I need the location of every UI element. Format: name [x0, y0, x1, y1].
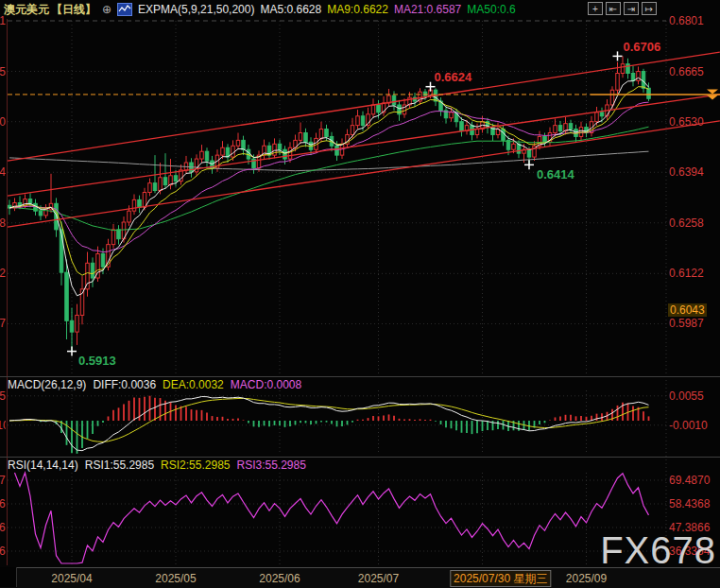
macd-diff-line: [9, 397, 649, 451]
candle-body-down: [39, 211, 43, 216]
time-axis-label: 2025/07: [358, 572, 399, 585]
macd-title[interactable]: MACD(26,12,9): [8, 378, 86, 391]
candle-body-down: [101, 253, 105, 267]
price-axis-label-left: 0.6530: [0, 115, 6, 129]
price-axis-label: 0.6530: [669, 115, 704, 129]
time-axis-label: 2025/06: [259, 572, 300, 585]
candle-body-up: [288, 147, 292, 159]
candle-body-up: [128, 211, 131, 222]
rsi-line: [15, 473, 649, 563]
watermark-fx678: FX678: [600, 529, 716, 572]
left-axis-line: [7, 19, 8, 565]
candle-body-down: [647, 88, 651, 98]
candle-body-up: [512, 144, 516, 149]
rsi-axis-label-left: 69.4870: [0, 474, 6, 487]
rsi-axis-label-left: 36.3364: [0, 545, 6, 558]
candle-body-up: [143, 192, 146, 207]
candle-body-down: [70, 320, 74, 332]
candle-body-up: [76, 315, 79, 332]
candle-body-up: [371, 105, 375, 114]
candle-body-up: [159, 178, 163, 191]
candle-body-up: [450, 112, 454, 118]
candle-body-down: [304, 133, 308, 143]
annotation-high-0-6624: 0.6624: [435, 71, 472, 84]
pan-icon[interactable]: +: [588, 2, 603, 15]
time-axis-label: 2025/09: [566, 572, 607, 585]
period-label[interactable]: 【日线】: [51, 2, 96, 18]
trend-channel-line: [8, 95, 720, 196]
candle-body-up: [319, 130, 323, 139]
candle-body-up: [299, 133, 302, 141]
panel-separator[interactable]: [0, 376, 720, 377]
candle-body-down: [65, 272, 69, 320]
ma5-line: [9, 78, 649, 295]
scroll-right-icon[interactable]: ↦: [642, 2, 657, 15]
candle-body-down: [543, 136, 547, 142]
candle-body-down: [398, 105, 402, 114]
candle-body-down: [283, 149, 287, 159]
candle-body-down: [242, 140, 246, 149]
candle-body-down: [117, 230, 121, 239]
candle-body-down: [558, 126, 562, 131]
indicator-name[interactable]: EXPMA(5,9,21,50,200): [138, 3, 254, 16]
candle-body-down: [153, 183, 157, 191]
candle-body-up: [200, 151, 204, 159]
chart-canvas[interactable]: [0, 0, 720, 588]
time-axis-label: 2025/05: [155, 572, 196, 585]
candle-body-up: [236, 140, 240, 146]
candle-body-down: [91, 263, 94, 278]
candle-body-down: [502, 130, 506, 141]
candle-body-up: [610, 90, 614, 105]
shift-left-icon[interactable]: ⇤: [606, 2, 621, 15]
price-axis-label: 0.6665: [669, 65, 704, 78]
macd-dea-value: DEA:0.0032: [163, 378, 224, 391]
time-axis-label: 2025/04: [51, 572, 92, 585]
trend-channel-line: [8, 121, 720, 227]
price-marker-icon: [707, 89, 718, 94]
price-marker-icon: [707, 95, 718, 99]
candle-body-down: [174, 176, 178, 182]
candle-body-down: [642, 72, 645, 89]
shift-right-icon[interactable]: ⇥: [624, 2, 639, 15]
candle-body-up: [221, 147, 225, 155]
candle-body-up: [231, 146, 235, 157]
rsi2-value: RSI2:55.2985: [161, 458, 230, 472]
expand-icon[interactable]: ⊕: [102, 3, 111, 16]
rsi-title[interactable]: RSI(14,14,14): [8, 458, 78, 472]
price-axis-highlight-label: 0.6043: [668, 303, 707, 317]
candle-body-down: [569, 124, 573, 130]
rsi-axis-label: 69.4870: [669, 474, 710, 487]
price-axis-label-left: 0.6122: [0, 267, 6, 280]
macd-macd-value: MACD:0.0008: [231, 378, 301, 391]
rsi3-value: RSI3:55.2985: [237, 458, 306, 472]
candle-body-up: [351, 126, 354, 135]
rsi-axis-label: 58.4368: [669, 497, 710, 510]
rsi-axis-label-left: 58.4368: [0, 497, 6, 510]
panel-separator[interactable]: [0, 457, 720, 458]
candle-body-up: [111, 230, 115, 245]
ma21-value: MA21:0.6587: [394, 3, 461, 16]
price-axis-label-left: 0.6394: [0, 165, 6, 179]
macd-axis-label: -0.0010: [669, 419, 708, 432]
candle-body-down: [392, 95, 396, 105]
ma9-value: MA9:0.6622: [327, 3, 388, 16]
macd-axis-label-left: -0.0010: [0, 419, 6, 432]
price-axis-label: 0.6122: [669, 267, 704, 280]
rsi-header: RSI(14,14,14)RSI1:55.2985RSI2:55.2985RSI…: [8, 458, 313, 472]
ma5-value: MA5:0.6628: [260, 3, 321, 16]
candle-body-down: [163, 178, 167, 185]
candle-body-down: [28, 199, 32, 204]
corner-box: [0, 567, 17, 587]
candle-body-down: [205, 151, 209, 161]
candle-body-up: [554, 126, 557, 133]
macd-dea-line: [9, 398, 649, 441]
candle-body-down: [527, 149, 531, 157]
candle-body-down: [377, 105, 381, 112]
candle-body-up: [475, 130, 479, 135]
candle-body-up: [595, 112, 599, 122]
price-axis-label: 0.6394: [669, 165, 704, 179]
candle-body-up: [148, 183, 152, 193]
chart-type-icon[interactable]: [117, 3, 132, 16]
candle-body-up: [132, 199, 136, 211]
candle-body-down: [361, 116, 365, 126]
